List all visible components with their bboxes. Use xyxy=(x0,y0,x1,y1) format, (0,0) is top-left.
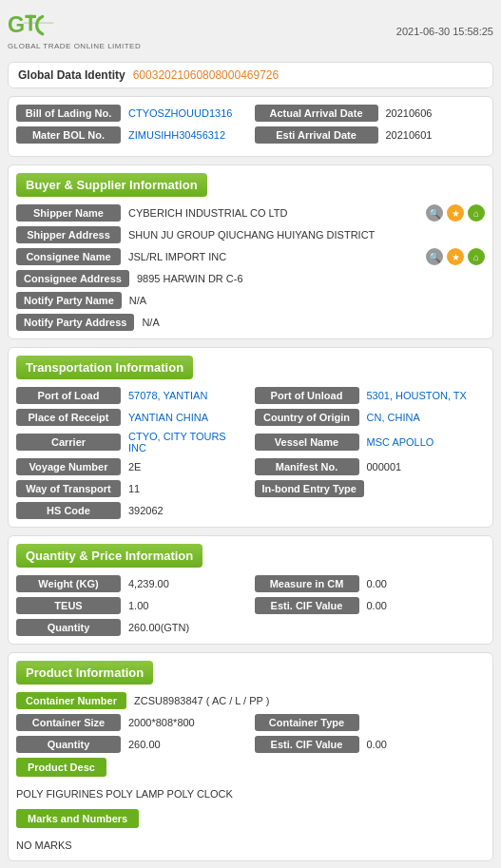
manifest-no-value: 000001 xyxy=(367,461,486,473)
carrier-value: CTYO, CITY TOURS INC xyxy=(128,431,247,453)
product-card: Product Information Container Number ZCS… xyxy=(8,652,493,861)
country-of-origin-value: CN, CHINA xyxy=(367,412,486,423)
teus-value: 1.00 xyxy=(128,600,247,611)
container-size-row: Container Size 2000*808*800 Container Ty… xyxy=(16,714,485,731)
teus-label: TEUS xyxy=(16,597,121,614)
quantity-price-header: Quantity & Price Information xyxy=(16,544,202,568)
esti-arrival-col: Esti Arrival Date 20210601 xyxy=(255,126,486,144)
notify-party-name-label: Notify Party Name xyxy=(16,292,122,309)
esti-arrival-label: Esti Arrival Date xyxy=(255,126,378,144)
hs-code-row: HS Code 392062 xyxy=(16,502,485,519)
esti-arrival-value: 20210601 xyxy=(386,129,486,141)
marks-value: NO MARKS xyxy=(16,838,485,853)
consignee-star-icon[interactable]: ★ xyxy=(447,248,464,265)
voyage-number-value: 2E xyxy=(128,461,247,473)
notify-party-name-row: Notify Party Name N/A xyxy=(16,292,485,309)
quantity-label: Quantity xyxy=(16,619,121,636)
logo-subtitle: GLOBAL TRADE ONLINE LIMITED xyxy=(8,42,141,50)
product-esti-cif-label: Esti. CIF Value xyxy=(255,736,359,753)
way-of-transport-value: 11 xyxy=(128,483,247,494)
container-type-label: Container Type xyxy=(255,714,359,731)
weight-row: Weight (KG) 4,239.00 Measure in CM 0.00 xyxy=(16,575,485,592)
header: G GLOBAL TRADE ONLINE LIMITED 2021-06-30… xyxy=(8,8,493,54)
shipper-star-icon[interactable]: ★ xyxy=(447,204,464,222)
consignee-name-value: JSL/RL IMPORT INC xyxy=(128,251,420,262)
port-of-unload-value: 5301, HOUSTON, TX xyxy=(367,390,486,401)
port-of-load-value: 57078, YANTIAN xyxy=(128,390,247,401)
marks-button[interactable]: Marks and Numbers xyxy=(16,809,139,828)
product-quantity-value: 260.00 xyxy=(128,739,247,750)
country-of-origin-label: Country of Origin xyxy=(255,409,359,426)
mater-bol-col: Mater BOL No. ZIMUSIHH30456312 xyxy=(16,126,247,144)
mater-bol-value: ZIMUSIHH30456312 xyxy=(128,129,247,141)
product-desc-button[interactable]: Product Desc xyxy=(16,758,106,777)
consignee-address-row: Consignee Address 9895 HARWIN DR C-6 xyxy=(16,270,485,287)
buyer-supplier-card: Buyer & Supplier Information Shipper Nam… xyxy=(8,164,493,339)
shipper-home-icon[interactable]: ⌂ xyxy=(468,204,485,222)
consignee-search-icon[interactable]: 🔍 xyxy=(426,248,443,265)
mater-bol-label: Mater BOL No. xyxy=(16,126,121,144)
shipper-icons: 🔍 ★ ⌂ xyxy=(426,204,485,222)
marks-section: Marks and Numbers xyxy=(16,809,485,834)
product-desc-value: POLY FIGURINES POLY LAMP POLY CLOCK xyxy=(16,786,485,801)
voyage-number-label: Voyage Number xyxy=(16,458,121,475)
place-of-receipt-value: YANTIAN CHINA xyxy=(128,412,247,423)
vessel-name-label: Vessel Name xyxy=(255,434,359,451)
container-number-button[interactable]: Container Number xyxy=(16,692,126,709)
bill-of-lading-col: Bill of Lading No. CTYOSZHOUUD1316 xyxy=(16,105,247,122)
bill-of-lading-label: Bill of Lading No. xyxy=(16,105,121,122)
transportation-header: Transportation Information xyxy=(16,356,193,379)
port-of-load-label: Port of Load xyxy=(16,387,121,404)
global-data-identity-label: Global Data Identity xyxy=(18,68,125,82)
notify-party-name-value: N/A xyxy=(129,295,485,306)
bill-of-lading-value: CTYOSZHOUUD1316 xyxy=(128,107,247,119)
hs-code-value: 392062 xyxy=(128,505,485,516)
global-data-identity-row: Global Data Identity 6003202106080800046… xyxy=(8,62,493,88)
way-of-transport-label: Way of Transport xyxy=(16,480,121,497)
shipper-address-value: SHUN JU GROUP QIUCHANG HUIYANG DISTRICT xyxy=(128,229,485,241)
shipper-search-icon[interactable]: 🔍 xyxy=(426,204,443,222)
shipper-name-value: CYBERICH INDUSTRIAL CO LTD xyxy=(128,207,420,219)
notify-party-address-label: Notify Party Address xyxy=(16,314,134,331)
actual-arrival-label: Actual Arrival Date xyxy=(255,105,378,122)
actual-arrival-value: 20210606 xyxy=(386,107,486,119)
vessel-name-value: MSC APOLLO xyxy=(367,436,486,448)
buyer-supplier-header: Buyer & Supplier Information xyxy=(16,173,207,197)
manifest-no-label: Manifest No. xyxy=(255,458,359,475)
mater-bol-row: Mater BOL No. ZIMUSIHH30456312 Esti Arri… xyxy=(16,126,485,144)
container-number-value: ZCSU8983847 ( AC / L / PP ) xyxy=(134,695,485,706)
svg-text:G: G xyxy=(8,12,25,37)
logo-area: G GLOBAL TRADE ONLINE LIMITED xyxy=(8,11,141,50)
consignee-address-label: Consignee Address xyxy=(16,270,129,287)
quantity-value: 260.00(GTN) xyxy=(128,622,485,633)
shipper-address-row: Shipper Address SHUN JU GROUP QIUCHANG H… xyxy=(16,226,485,243)
quantity-row: Quantity 260.00(GTN) xyxy=(16,619,485,636)
shipper-name-label: Shipper Name xyxy=(16,204,121,222)
port-of-unload-label: Port of Unload xyxy=(255,387,359,404)
quantity-price-card: Quantity & Price Information Weight (KG)… xyxy=(8,535,493,645)
shipper-name-row: Shipper Name CYBERICH INDUSTRIAL CO LTD … xyxy=(16,204,485,222)
consignee-home-icon[interactable]: ⌂ xyxy=(468,248,485,265)
consignee-icons: 🔍 ★ ⌂ xyxy=(426,248,485,265)
transportation-card: Transportation Information Port of Load … xyxy=(8,347,493,528)
notify-party-address-value: N/A xyxy=(142,317,485,328)
product-desc-section: Product Desc xyxy=(16,758,485,782)
measure-cm-label: Measure in CM xyxy=(255,575,359,592)
shipper-address-label: Shipper Address xyxy=(16,226,121,243)
weight-label: Weight (KG) xyxy=(16,575,121,592)
global-data-identity-value: 60032021060808000469726 xyxy=(133,68,279,82)
actual-arrival-col: Actual Arrival Date 20210606 xyxy=(255,105,486,122)
product-esti-cif-value: 0.00 xyxy=(367,739,486,750)
carrier-row: Carrier CTYO, CITY TOURS INC Vessel Name… xyxy=(16,431,485,453)
bol-card: Bill of Lading No. CTYOSZHOUUD1316 Actua… xyxy=(8,96,493,157)
voyage-row: Voyage Number 2E Manifest No. 000001 xyxy=(16,458,485,475)
container-size-label: Container Size xyxy=(16,714,121,731)
consignee-name-label: Consignee Name xyxy=(16,248,121,265)
esti-cif-value: 0.00 xyxy=(367,600,486,611)
consignee-name-row: Consignee Name JSL/RL IMPORT INC 🔍 ★ ⌂ xyxy=(16,248,485,265)
bill-of-lading-row: Bill of Lading No. CTYOSZHOUUD1316 Actua… xyxy=(16,105,485,122)
product-header: Product Information xyxy=(16,661,153,685)
teus-row: TEUS 1.00 Esti. CIF Value 0.00 xyxy=(16,597,485,614)
in-bond-entry-label: In-bond Entry Type xyxy=(255,480,364,497)
datetime: 2021-06-30 15:58:25 xyxy=(396,26,493,37)
